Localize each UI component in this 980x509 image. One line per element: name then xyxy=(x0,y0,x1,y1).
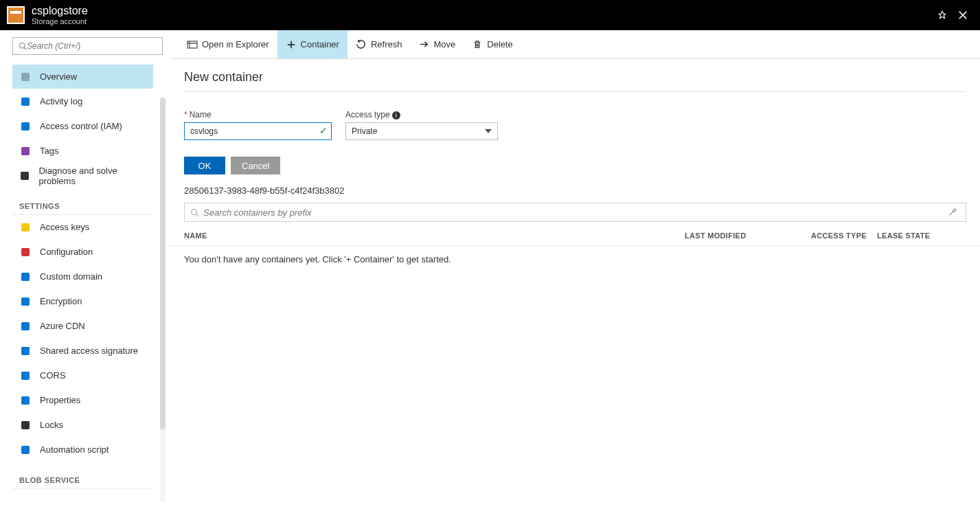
panel-divider xyxy=(184,91,966,92)
close-button[interactable] xyxy=(953,5,973,25)
sidebar-item-shared-access-signature[interactable]: Shared access signature xyxy=(12,339,153,363)
svg-rect-8 xyxy=(21,273,30,281)
refresh-icon xyxy=(356,39,367,50)
sidebar-item-label: Tags xyxy=(40,146,58,156)
props-icon xyxy=(19,394,32,407)
svg-rect-2 xyxy=(21,98,30,106)
empty-state-message: You don't have any containers yet. Click… xyxy=(170,246,980,273)
cors-icon xyxy=(19,370,32,382)
sidebar-section-settings: SETTINGS xyxy=(12,188,153,215)
sidebar-item-locks[interactable]: Locks xyxy=(12,413,153,438)
sidebar-item-encryption[interactable]: Encryption xyxy=(12,289,153,314)
sidebar-scroll-thumb[interactable] xyxy=(160,98,166,429)
sidebar-item-label: Access control (IAM) xyxy=(40,121,122,131)
settings-wrench-button[interactable] xyxy=(945,207,960,217)
svg-rect-11 xyxy=(21,347,30,355)
wrench-icon xyxy=(948,207,957,217)
subscription-id: 28506137-3983-48f9-b55f-c4f24f3b3802 xyxy=(170,181,980,196)
name-field-group: *Name ✓ xyxy=(184,110,332,140)
container-search-input[interactable] xyxy=(203,207,945,218)
access-type-label: Access typei xyxy=(345,110,498,120)
svg-point-0 xyxy=(20,43,25,49)
tag-icon xyxy=(19,145,32,157)
key-icon xyxy=(19,221,32,234)
sidebar-item-properties[interactable]: Properties xyxy=(12,388,153,413)
sidebar-scrollbar[interactable] xyxy=(160,98,166,502)
container-name-input[interactable] xyxy=(184,122,332,140)
lock-icon xyxy=(19,295,32,308)
delete-button[interactable]: Delete xyxy=(464,30,521,58)
sidebar-item-overview[interactable]: Overview xyxy=(12,65,153,89)
svg-point-17 xyxy=(192,209,197,214)
cdn-icon xyxy=(19,320,32,332)
svg-rect-13 xyxy=(21,396,30,405)
sas-icon xyxy=(19,345,32,357)
refresh-label: Refresh xyxy=(371,39,402,49)
sidebar: OverviewActivity logAccess control (IAM)… xyxy=(0,30,170,509)
sidebar-item-label: Locks xyxy=(40,420,63,430)
svg-rect-6 xyxy=(21,223,30,231)
move-button[interactable]: Move xyxy=(410,30,464,58)
sidebar-item-access-keys[interactable]: Access keys xyxy=(12,215,153,240)
sidebar-item-label: Activity log xyxy=(40,96,82,106)
sidebar-item-label: Shared access signature xyxy=(40,346,138,356)
svg-rect-10 xyxy=(21,322,30,330)
sidebar-search[interactable] xyxy=(12,37,163,55)
svg-rect-15 xyxy=(21,446,30,454)
svg-rect-9 xyxy=(21,297,30,306)
sidebar-item-custom-domain[interactable]: Custom domain xyxy=(12,264,153,289)
arrow-right-icon xyxy=(418,39,429,50)
script-icon xyxy=(19,444,32,456)
search-icon xyxy=(190,208,199,217)
sidebar-item-cors[interactable]: CORS xyxy=(12,363,153,388)
container-search[interactable] xyxy=(184,203,966,222)
resource-title: csplogstore xyxy=(32,5,88,17)
svg-rect-7 xyxy=(21,248,30,256)
padlock-icon xyxy=(19,419,32,431)
sidebar-item-activity-log[interactable]: Activity log xyxy=(12,89,153,114)
column-name[interactable]: NAME xyxy=(184,231,685,240)
command-bar: Open in Explorer Container Refresh Move xyxy=(170,30,980,59)
svg-rect-4 xyxy=(21,147,30,155)
sidebar-item-label: Diagnose and solve problems xyxy=(38,166,146,186)
info-icon[interactable]: i xyxy=(392,111,400,120)
sidebar-item-label: CORS xyxy=(40,370,66,381)
sidebar-item-access-control-iam-[interactable]: Access control (IAM) xyxy=(12,114,153,139)
svg-rect-16 xyxy=(187,41,197,48)
sidebar-item-label: Encryption xyxy=(40,296,82,306)
trash-icon xyxy=(472,39,483,50)
sidebar-item-diagnose-and-solve-problems[interactable]: Diagnose and solve problems xyxy=(12,163,153,188)
open-in-explorer-button[interactable]: Open in Explorer xyxy=(179,30,277,58)
validation-check-icon: ✓ xyxy=(319,125,328,136)
search-icon xyxy=(19,42,27,50)
add-container-button[interactable]: Container xyxy=(277,30,347,58)
config-icon xyxy=(19,246,32,258)
access-type-select[interactable]: Private xyxy=(345,122,498,140)
sidebar-search-input[interactable] xyxy=(27,41,157,51)
sidebar-item-label: Automation script xyxy=(40,444,109,455)
resource-subtitle: Storage account xyxy=(32,17,88,25)
sidebar-item-label: Properties xyxy=(40,395,80,405)
access-type-group: Access typei Private xyxy=(345,110,498,140)
svg-rect-5 xyxy=(21,172,29,180)
title-block: csplogstore Storage account xyxy=(32,5,88,25)
ok-button[interactable]: OK xyxy=(184,157,225,174)
column-lease-state[interactable]: LEASE STATE xyxy=(877,231,966,240)
column-access-type[interactable]: ACCESS TYPE xyxy=(788,231,877,240)
overview-icon xyxy=(19,71,32,83)
open-in-explorer-label: Open in Explorer xyxy=(202,39,269,49)
column-last-modified[interactable]: LAST MODIFIED xyxy=(685,231,788,240)
move-label: Move xyxy=(433,39,455,49)
iam-icon xyxy=(19,120,32,133)
pin-button[interactable] xyxy=(932,5,953,25)
refresh-button[interactable]: Refresh xyxy=(347,30,411,58)
container-table-header: NAME LAST MODIFIED ACCESS TYPE LEASE STA… xyxy=(170,222,980,246)
log-icon xyxy=(19,95,32,108)
cancel-button[interactable]: Cancel xyxy=(231,157,280,174)
sidebar-item-tags[interactable]: Tags xyxy=(12,139,153,163)
sidebar-item-configuration[interactable]: Configuration xyxy=(12,240,153,264)
diagnose-icon xyxy=(19,170,30,182)
title-bar: csplogstore Storage account xyxy=(0,0,980,30)
sidebar-item-azure-cdn[interactable]: Azure CDN xyxy=(12,314,153,339)
sidebar-item-automation-script[interactable]: Automation script xyxy=(12,438,153,462)
